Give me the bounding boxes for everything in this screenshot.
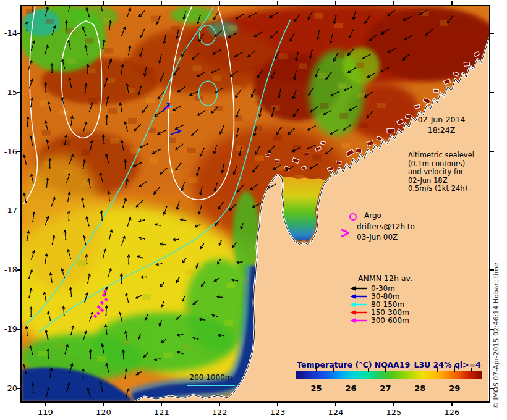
lon-tick-label: 119 <box>33 408 58 417</box>
axis-tick <box>219 1 220 5</box>
axis-tick <box>393 403 394 406</box>
sst-map-figure: 119120121122123124125126-14-15-16-17-18-… <box>0 0 507 420</box>
axis-tick <box>45 403 46 406</box>
colorbar-tick-label: 29 <box>445 384 464 393</box>
colorbar-tick <box>351 366 352 372</box>
colorbar-tick-label: 27 <box>376 384 394 393</box>
altimetric-note-line: 02-Jun 18Z <box>408 177 488 185</box>
isobath-line-icon <box>187 385 235 386</box>
anmn-row: 0-30m <box>349 285 436 293</box>
axis-tick <box>490 211 494 212</box>
axis-tick <box>451 1 453 5</box>
anmn-legend: ANMN 12h av. 0-30m 30-80m 80-150m 150-30… <box>349 274 436 324</box>
lat-tick-label: -18 <box>0 265 17 274</box>
anmn-arrow-icon <box>349 293 368 300</box>
lat-tick-label: -15 <box>0 88 17 97</box>
axis-tick <box>45 1 46 5</box>
axis-tick <box>277 1 278 5</box>
lon-tick-label: 126 <box>440 408 464 417</box>
axis-tick <box>277 403 278 406</box>
axis-tick <box>451 403 453 406</box>
axis-tick <box>219 403 220 406</box>
anmn-arrow-icon <box>349 301 368 308</box>
datetime-label: 02-Jun-2014 18:24Z <box>401 114 482 135</box>
lat-tick-label: -17 <box>0 206 17 215</box>
isobath-legend-label: 200 1000m <box>185 373 237 382</box>
axis-tick <box>490 92 494 93</box>
axis-tick <box>161 403 163 406</box>
anmn-arrow-icon <box>349 309 368 316</box>
colorbar-tick <box>403 368 404 372</box>
colorbar-tick <box>454 366 456 372</box>
drifter-chevron-icon: > <box>340 226 351 238</box>
axis-tick <box>161 1 163 5</box>
datetime-date: 02-Jun-2014 <box>401 114 482 125</box>
lon-tick-label: 123 <box>265 408 290 417</box>
altimetric-note-line: Altimetric sealevel <box>408 151 488 160</box>
anmn-arrow-icon <box>349 317 368 324</box>
colorbar-title: Temperature (°C) NOAA19_L3U 24% ql>=4 <box>281 360 497 369</box>
altimetric-note: Altimetric sealevel(0.1m contours)and ve… <box>408 151 488 193</box>
axis-tick <box>393 1 394 5</box>
axis-tick <box>335 1 336 5</box>
lat-tick-label: -20 <box>0 384 17 393</box>
lat-tick-label: -19 <box>0 324 17 334</box>
sst-field-svg <box>22 6 489 401</box>
altimetric-note-line: and velocity for <box>408 168 488 177</box>
colorbar-tick <box>316 366 317 372</box>
lat-tick-label: -14 <box>0 28 17 38</box>
copyright-vertical: © IMOS 07-Apr-2015 02:46:14 Hobart time <box>492 224 500 409</box>
axis-tick <box>103 403 104 406</box>
lon-tick-label: 121 <box>149 408 174 417</box>
argo-circle-icon <box>349 213 357 220</box>
anmn-row: 80-150m <box>349 301 436 309</box>
argo-legend-label: Argo <box>364 211 381 220</box>
axis-tick <box>490 151 494 153</box>
colorbar-tick-label: 25 <box>307 384 326 393</box>
lon-tick-label: 120 <box>91 408 116 417</box>
colorbar-tick-label: 26 <box>341 384 360 393</box>
colorbar-tick <box>368 368 369 372</box>
colorbar-tick <box>471 368 472 372</box>
anmn-row: 150-300m <box>349 308 436 316</box>
anmn-depth-label: 300-600m <box>371 316 409 325</box>
altimetric-note-line: 0.5m/s (1kt 24h) <box>408 185 488 193</box>
colorbar-tick <box>299 368 300 372</box>
drifters-legend: drifters@12h to 03-Jun 00Z <box>357 222 415 243</box>
colorbar <box>296 371 482 379</box>
anmn-arrow-icon <box>349 285 368 292</box>
lat-tick-label: -16 <box>0 147 17 156</box>
colorbar-tick <box>420 366 421 372</box>
colorbar-tick <box>385 366 386 372</box>
colorbar-tick-label: 28 <box>411 384 429 393</box>
lon-tick-label: 122 <box>207 408 232 417</box>
datetime-time: 18:24Z <box>401 125 482 135</box>
anmn-row: 30-80m <box>349 293 436 301</box>
drifters-line1: drifters@12h to <box>357 222 415 232</box>
colorbar-tick <box>333 368 334 372</box>
map-frame <box>20 5 490 403</box>
anmn-title: ANMN 12h av. <box>358 274 436 283</box>
altimetric-note-line: (0.1m contours) <box>408 160 488 169</box>
axis-tick <box>490 33 494 34</box>
axis-tick <box>335 403 336 406</box>
anmn-row: 300-600m <box>349 316 436 324</box>
colorbar-tick <box>437 368 438 372</box>
lon-tick-label: 124 <box>323 408 348 417</box>
lon-tick-label: 125 <box>381 408 406 417</box>
drifters-line2: 03-Jun 00Z <box>357 232 415 243</box>
axis-tick <box>103 1 104 5</box>
